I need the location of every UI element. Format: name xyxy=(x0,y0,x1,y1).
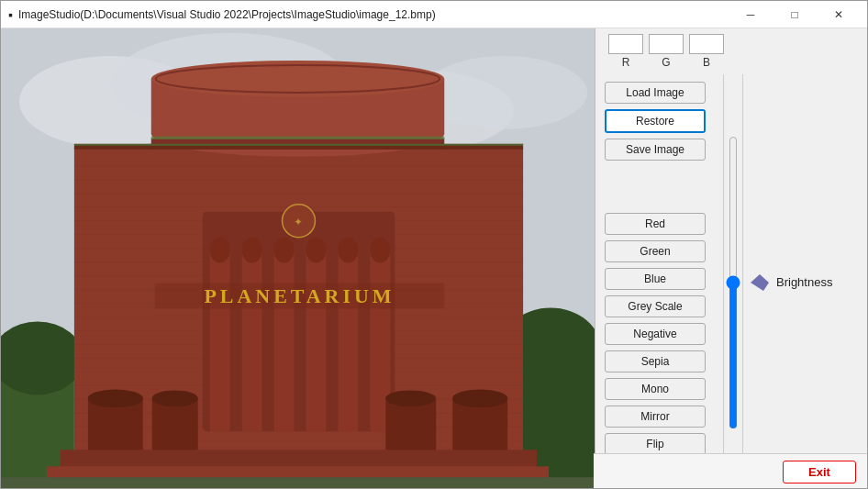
brightness-slider[interactable] xyxy=(724,136,742,429)
svg-point-60 xyxy=(452,389,507,407)
svg-rect-67 xyxy=(74,144,523,146)
slider-column xyxy=(724,74,743,489)
minimize-button[interactable]: ─ xyxy=(729,5,772,25)
svg-rect-61 xyxy=(61,450,537,468)
mono-button[interactable]: Mono xyxy=(605,378,706,400)
svg-point-56 xyxy=(152,390,198,406)
mid-section: Load Image Restore Save Image Red Green … xyxy=(595,74,867,489)
svg-rect-42 xyxy=(306,249,326,432)
flip-button[interactable]: Flip xyxy=(605,433,706,455)
red-button[interactable]: Red xyxy=(605,213,706,235)
green-button[interactable]: Green xyxy=(605,240,706,262)
svg-rect-41 xyxy=(274,249,295,432)
rgb-section: R G B xyxy=(595,28,867,74)
svg-point-47 xyxy=(274,238,295,263)
maximize-button[interactable]: □ xyxy=(773,5,816,25)
svg-rect-43 xyxy=(338,249,358,432)
image-panel: PLANETARIUM ✦ xyxy=(1,28,595,489)
right-section: R G B Load Image Restore Save Image xyxy=(595,28,867,489)
brightness-label: Brightness xyxy=(776,275,832,289)
mirror-button[interactable]: Mirror xyxy=(605,406,706,428)
svg-rect-37 xyxy=(151,137,445,139)
svg-point-48 xyxy=(306,238,326,263)
save-image-button[interactable]: Save Image xyxy=(605,139,706,161)
svg-rect-40 xyxy=(242,249,262,432)
g-swatch xyxy=(649,34,684,54)
title-bar-controls: ─ □ ✕ xyxy=(729,5,860,25)
svg-point-46 xyxy=(242,238,262,263)
app-icon: ▪ xyxy=(8,7,13,22)
main-content: PLANETARIUM ✦ xyxy=(1,28,867,489)
r-label: R xyxy=(608,56,643,69)
main-image: PLANETARIUM ✦ xyxy=(1,28,595,489)
brightness-icon xyxy=(751,274,769,291)
negative-button[interactable]: Negative xyxy=(605,323,706,345)
r-swatch xyxy=(608,34,643,54)
load-image-button[interactable]: Load Image xyxy=(605,82,706,104)
exit-button[interactable]: Exit xyxy=(783,461,856,483)
svg-text:✦: ✦ xyxy=(294,216,303,228)
brightness-row: Brightness xyxy=(751,274,832,291)
svg-marker-68 xyxy=(751,274,769,291)
svg-point-45 xyxy=(210,238,230,263)
svg-point-49 xyxy=(338,238,358,263)
b-label: B xyxy=(689,56,724,69)
svg-point-4 xyxy=(422,56,587,129)
restore-button[interactable]: Restore xyxy=(605,109,706,133)
svg-point-50 xyxy=(370,238,390,263)
g-label: G xyxy=(649,56,684,69)
svg-rect-63 xyxy=(1,477,595,489)
title-bar-left: ▪ ImageStudio(D:\Documents\Visual Studio… xyxy=(8,7,436,22)
svg-rect-39 xyxy=(210,249,230,432)
close-button[interactable]: ✕ xyxy=(818,5,860,25)
svg-text:PLANETARIUM: PLANETARIUM xyxy=(204,284,395,307)
blue-button[interactable]: Blue xyxy=(605,268,706,290)
sepia-button[interactable]: Sepia xyxy=(605,350,706,372)
bottom-row: Exit xyxy=(594,453,867,489)
brightness-area: Brightness xyxy=(743,74,840,489)
controls-column: Load Image Restore Save Image Red Green … xyxy=(595,74,724,489)
svg-point-58 xyxy=(385,390,435,406)
b-swatch xyxy=(689,34,724,54)
grey-scale-button[interactable]: Grey Scale xyxy=(605,295,706,317)
title-bar: ▪ ImageStudio(D:\Documents\Visual Studio… xyxy=(1,1,867,28)
svg-point-54 xyxy=(88,389,143,407)
window-title: ImageStudio(D:\Documents\Visual Studio 2… xyxy=(18,8,436,21)
